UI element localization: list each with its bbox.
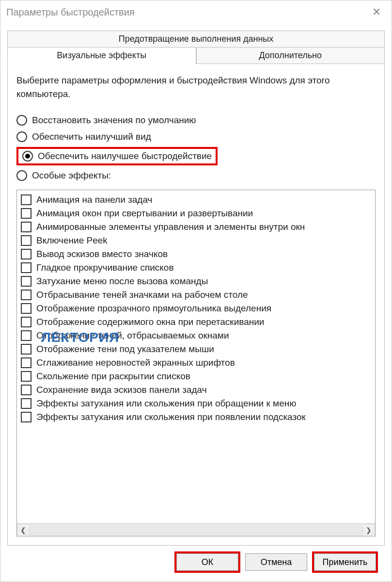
list-item-label: Сглаживание неровностей экранных шрифтов [36,357,235,368]
checkbox-icon[interactable] [21,276,31,287]
list-item[interactable]: Отбрасывание теней значками на рабочем с… [21,288,371,302]
checkbox-icon[interactable] [21,303,31,314]
radio-best-performance[interactable]: Обеспечить наилучшее быстродействие [22,151,212,162]
list-item[interactable]: Отображение содержимого окна при перетас… [21,315,371,329]
list-item[interactable]: Анимированные элементы управления и элем… [21,220,371,234]
list-item-label: Включение Peek [36,235,108,246]
scroll-left-icon[interactable]: ❮ [17,524,30,536]
horizontal-scrollbar[interactable]: ❮ ❯ [17,523,375,536]
list-item[interactable]: Затухание меню после вызова команды [21,275,371,288]
radio-icon [22,151,33,162]
checkbox-icon[interactable] [21,194,31,205]
radio-label: Восстановить значения по умолчанию [32,115,196,126]
radio-label: Особые эффекты: [32,170,111,181]
effects-list: Анимация на панели задачАнимация окон пр… [17,190,375,523]
radio-icon [16,131,27,142]
checkbox-icon[interactable] [21,412,31,422]
dialog-footer: ОК Отмена Применить [7,546,385,582]
radio-custom[interactable]: Особые эффекты: [16,169,376,182]
radio-icon [16,170,27,181]
list-item[interactable]: Эффекты затухания или скольжения при обр… [21,397,371,410]
cancel-button[interactable]: Отмена [245,553,307,571]
ok-button[interactable]: ОК [176,553,238,571]
list-item[interactable]: Включение Peek [21,234,371,247]
list-item-label: Отображение прозрачного прямоугольника в… [36,303,271,314]
list-item-label: Затухание меню после вызова команды [36,276,208,287]
list-item[interactable]: Анимация окон при свертывании и разверты… [21,207,371,220]
list-item-label: Отображение теней, отбрасываемых окнами [36,330,229,341]
list-item-label: Анимация на панели задач [36,194,153,205]
radio-best-appearance[interactable]: Обеспечить наилучший вид [16,130,376,143]
checkbox-icon[interactable] [21,262,31,273]
checkbox-icon[interactable] [21,249,31,259]
radio-group: Восстановить значения по умолчанию Обесп… [16,114,376,182]
list-item[interactable]: Вывод эскизов вместо значков [21,247,371,261]
radio-restore-defaults[interactable]: Восстановить значения по умолчанию [16,114,376,127]
list-item[interactable]: Отображение прозрачного прямоугольника в… [21,302,371,315]
list-item-label: Отображение тени под указателем мыши [36,344,214,355]
radio-icon [16,115,27,126]
checkbox-icon[interactable] [21,222,31,232]
checkbox-icon[interactable] [21,235,31,246]
intro-text: Выберите параметры оформления и быстроде… [16,74,376,100]
radio-label: Обеспечить наилучшее быстродействие [38,151,212,162]
client-area: Предотвращение выполнения данных Визуаль… [0,24,392,582]
checkbox-icon[interactable] [21,330,31,341]
list-item[interactable]: Анимация на панели задач [21,193,371,207]
apply-button[interactable]: Применить [314,553,376,571]
list-item-label: Сохранение вида эскизов панели задач [36,385,207,395]
checkbox-icon[interactable] [21,371,31,382]
checkbox-icon[interactable] [21,398,31,409]
scroll-track[interactable] [30,524,362,536]
scroll-right-icon[interactable]: ❯ [362,524,375,536]
checkbox-icon[interactable] [21,317,31,327]
effects-list-box: Анимация на панели задачАнимация окон пр… [16,190,376,536]
list-item[interactable]: Эффекты затухания или скольжения при поя… [21,410,371,424]
list-item-label: Анимация окон при свертывании и разверты… [36,208,253,219]
list-item-label: Скольжение при раскрытии списков [36,371,190,382]
radio-label: Обеспечить наилучший вид [32,131,151,142]
list-item-label: Эффекты затухания или скольжения при обр… [36,398,296,409]
list-item[interactable]: Сохранение вида эскизов панели задач [21,383,371,397]
radio-best-performance-highlight: Обеспечить наилучшее быстродействие [16,147,218,165]
window-title: Параметры быстродействия [6,7,135,18]
list-item[interactable]: Скольжение при раскрытии списков [21,370,371,383]
checkbox-icon[interactable] [21,208,31,219]
tab-advanced[interactable]: Дополнительно [196,47,385,64]
list-item[interactable]: Отображение теней, отбрасываемых окнами [21,329,371,342]
list-item[interactable]: Отображение тени под указателем мыши [21,342,371,356]
tab-visual-effects[interactable]: Визуальные эффекты [7,47,196,64]
performance-options-window: Параметры быстродействия ✕ Предотвращени… [0,0,392,582]
checkbox-icon[interactable] [21,385,31,395]
tabstrip: Предотвращение выполнения данных Визуаль… [7,31,385,64]
titlebar: Параметры быстродействия ✕ [0,0,392,24]
checkbox-icon[interactable] [21,357,31,368]
list-item-label: Отображение содержимого окна при перетас… [36,317,264,327]
list-item-label: Гладкое прокручивание списков [36,262,174,273]
tab-content: Выберите параметры оформления и быстроде… [7,64,385,546]
tab-dep[interactable]: Предотвращение выполнения данных [7,31,385,47]
list-item-label: Вывод эскизов вместо значков [36,249,168,259]
list-item[interactable]: Гладкое прокручивание списков [21,261,371,275]
checkbox-icon[interactable] [21,290,31,300]
list-item-label: Эффекты затухания или скольжения при поя… [36,412,306,422]
list-item-label: Анимированные элементы управления и элем… [36,222,305,232]
close-icon[interactable]: ✕ [367,4,386,20]
checkbox-icon[interactable] [21,344,31,355]
list-item-label: Отбрасывание теней значками на рабочем с… [36,290,248,300]
list-item[interactable]: Сглаживание неровностей экранных шрифтов [21,356,371,370]
